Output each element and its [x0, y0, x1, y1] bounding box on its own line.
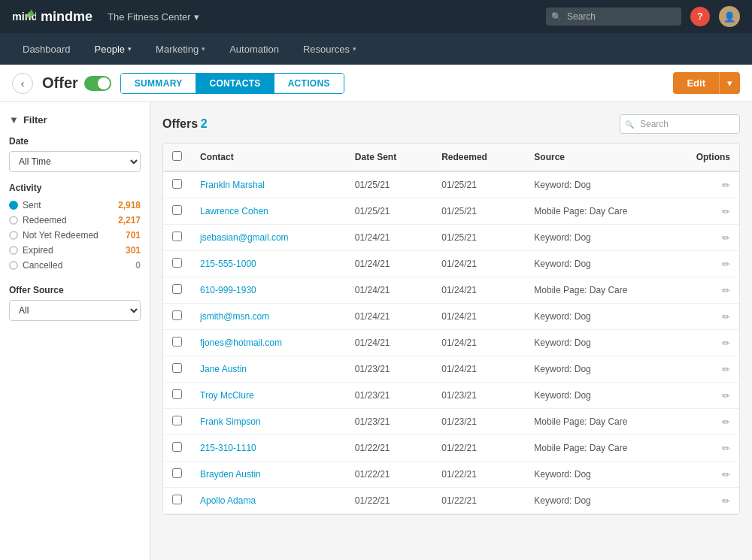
activity-sent-radio[interactable]	[9, 201, 18, 210]
row-checkbox[interactable]	[172, 337, 182, 347]
activity-cancelled-radio[interactable]	[9, 261, 18, 270]
row-edit-icon[interactable]: ✏	[722, 180, 730, 191]
row-source: Keyword: Dog	[525, 225, 687, 251]
row-checkbox[interactable]	[172, 495, 182, 504]
row-date-sent: 01/23/21	[346, 409, 432, 435]
date-select[interactable]: All Time Today This Week This Month	[9, 151, 141, 172]
avatar[interactable]: 👤	[719, 6, 740, 27]
contact-link[interactable]: jsmith@msn.com	[200, 311, 269, 322]
edit-dropdown-button[interactable]: ▾	[719, 72, 740, 94]
row-source: Mobile Page: Day Care	[525, 277, 687, 304]
row-redeemed: 01/24/21	[432, 277, 525, 304]
activity-redeemed-label[interactable]: Redeemed	[9, 215, 67, 226]
row-options: ✏	[687, 409, 739, 435]
row-date-sent: 01/24/21	[346, 251, 432, 277]
help-icon[interactable]: ?	[690, 7, 710, 26]
activity-cancelled-label[interactable]: Cancelled	[9, 260, 62, 271]
sub-header: ‹ Offer SUMMARY CONTACTS ACTIONS Edit ▾	[0, 65, 752, 102]
marketing-chevron-icon: ▾	[202, 45, 205, 53]
row-edit-icon[interactable]: ✏	[722, 390, 730, 401]
contact-link[interactable]: Frankln Marshal	[200, 180, 265, 190]
activity-redeemed-count: 2,217	[118, 215, 141, 226]
row-edit-icon[interactable]: ✏	[722, 285, 730, 296]
nav-label-people: People	[95, 44, 125, 55]
toggle-container[interactable]	[84, 76, 111, 91]
edit-button[interactable]: Edit	[673, 72, 719, 94]
row-edit-icon[interactable]: ✏	[722, 495, 730, 507]
contact-link[interactable]: Lawrence Cohen	[200, 206, 268, 216]
row-check-cell	[163, 277, 191, 304]
offer-toggle[interactable]	[84, 76, 111, 91]
row-edit-icon[interactable]: ✏	[722, 311, 730, 322]
contact-link[interactable]: fjones@hotmail.com	[200, 338, 282, 348]
row-source: Keyword: Dog	[525, 462, 687, 488]
row-checkbox[interactable]	[172, 258, 182, 268]
row-checkbox[interactable]	[172, 416, 182, 425]
row-checkbox[interactable]	[172, 442, 182, 452]
row-edit-icon[interactable]: ✏	[722, 338, 730, 349]
row-checkbox[interactable]	[172, 232, 182, 241]
tab-actions[interactable]: ACTIONS	[274, 74, 344, 93]
contact-link[interactable]: 610-999-1930	[200, 285, 256, 295]
contact-link[interactable]: jsebasian@gmail.com	[200, 232, 289, 243]
nav-item-automation[interactable]: Automation	[219, 38, 290, 61]
org-selector[interactable]: The Fitness Center ▾	[108, 11, 199, 23]
table-search-input[interactable]	[620, 114, 740, 134]
activity-not-redeemed-radio[interactable]	[9, 231, 18, 240]
select-all-checkbox[interactable]	[172, 151, 182, 161]
row-source: Keyword: Dog	[525, 356, 687, 383]
row-edit-icon[interactable]: ✏	[722, 416, 730, 428]
contact-link[interactable]: 215-310-1110	[200, 443, 256, 453]
row-edit-icon[interactable]: ✏	[722, 364, 730, 375]
contact-link[interactable]: Brayden Austin	[200, 469, 261, 480]
row-checkbox[interactable]	[172, 468, 182, 478]
nav-item-dashboard[interactable]: Dashboard	[12, 38, 81, 61]
activity-redeemed-radio[interactable]	[9, 216, 18, 225]
row-edit-icon[interactable]: ✏	[722, 443, 730, 454]
contact-link[interactable]: 215-555-1000	[200, 259, 256, 269]
row-date-sent: 01/23/21	[346, 356, 432, 383]
row-checkbox[interactable]	[172, 310, 182, 320]
contact-link[interactable]: Apollo Adama	[200, 495, 256, 506]
row-check-cell	[163, 435, 191, 462]
row-redeemed: 01/24/21	[432, 356, 525, 383]
activity-expired-label[interactable]: Expired	[9, 245, 53, 256]
back-button[interactable]: ‹	[12, 73, 33, 94]
tab-group: SUMMARY CONTACTS ACTIONS	[120, 73, 344, 94]
logo-icon: mind	[12, 6, 36, 27]
row-edit-icon[interactable]: ✏	[722, 232, 730, 244]
top-bar-right: ? 👤	[546, 6, 740, 27]
row-check-cell	[163, 488, 191, 514]
offer-source-select[interactable]: All Keyword Mobile Page	[9, 300, 141, 321]
row-contact: Troy McClure	[191, 383, 346, 409]
row-checkbox[interactable]	[172, 179, 182, 189]
contact-link[interactable]: Frank Simpson	[200, 416, 261, 427]
contact-link[interactable]: Jane Austin	[200, 364, 247, 374]
row-checkbox[interactable]	[172, 363, 182, 373]
row-date-sent: 01/24/21	[346, 225, 432, 251]
top-search-input[interactable]	[546, 8, 681, 26]
tab-contacts[interactable]: CONTACTS	[196, 74, 274, 93]
row-redeemed: 01/24/21	[432, 330, 525, 356]
activity-not-redeemed-label[interactable]: Not Yet Redeemed	[9, 230, 99, 241]
activity-sent-label[interactable]: Sent	[9, 200, 41, 210]
nav-item-people[interactable]: People ▾	[84, 38, 142, 61]
top-bar: mind mindme The Fitness Center ▾ ? 👤	[0, 0, 752, 33]
row-checkbox[interactable]	[172, 389, 182, 399]
row-checkbox[interactable]	[172, 284, 182, 294]
row-edit-icon[interactable]: ✏	[722, 469, 730, 480]
page-title-text: Offer	[42, 74, 78, 92]
activity-expired-radio[interactable]	[9, 246, 18, 255]
row-redeemed: 01/22/21	[432, 435, 525, 462]
contact-link[interactable]: Troy McClure	[200, 390, 254, 401]
logo[interactable]: mind mindme	[12, 6, 92, 27]
nav-item-resources[interactable]: Resources ▾	[293, 38, 367, 61]
row-edit-icon[interactable]: ✏	[722, 206, 730, 217]
offers-title: Offers 2	[162, 117, 208, 131]
row-checkbox[interactable]	[172, 205, 182, 215]
table-row: 215-310-1110 01/22/21 01/22/21 Mobile Pa…	[163, 435, 739, 462]
nav-item-marketing[interactable]: Marketing ▾	[145, 38, 216, 61]
row-edit-icon[interactable]: ✏	[722, 259, 730, 270]
tab-summary[interactable]: SUMMARY	[121, 74, 196, 93]
select-all-header	[163, 144, 191, 171]
